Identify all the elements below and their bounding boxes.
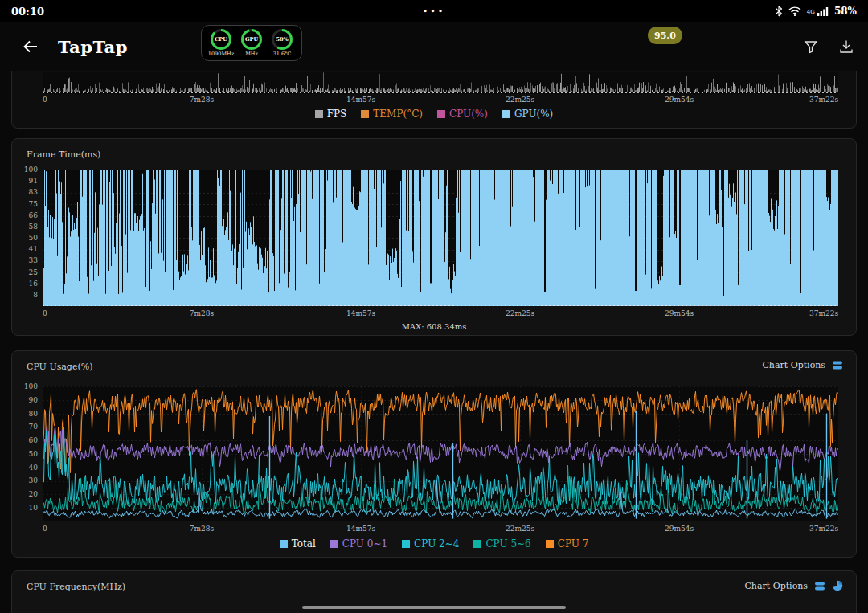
legend-label: CPU 2~4 xyxy=(414,538,459,550)
y-tick: 20 xyxy=(29,490,38,498)
frame-time-chart-canvas xyxy=(43,170,838,306)
legend-label: CPU 0~1 xyxy=(342,538,387,550)
frame-time-max-annotation: MAX: 608.34ms xyxy=(12,322,856,331)
y-tick: 60 xyxy=(29,436,38,444)
overview-chart-panel: 0 7m28s 14m57s 22m25s 29m54s 37m22s FPS … xyxy=(11,71,857,129)
score-badge[interactable]: 95.0 xyxy=(648,27,682,44)
y-tick: 50 xyxy=(29,450,38,458)
frame-time-title: Frame Time(ms) xyxy=(27,149,100,160)
performance-overlay-widget[interactable]: CPU 1090MHz GPU MHz 58% 31.6°C xyxy=(201,25,302,61)
y-tick: 58 xyxy=(29,223,38,231)
legend-item-cpu56: CPU 5~6 xyxy=(473,538,530,550)
camera-cutout-dots: ••• xyxy=(423,6,445,17)
overview-x-axis: 0 7m28s 14m57s 22m25s 29m54s 37m22s xyxy=(43,96,838,105)
legend-swatch xyxy=(402,540,410,548)
y-tick: 8 xyxy=(33,291,38,299)
network-type-label: 4G xyxy=(807,9,815,15)
taptap-performance-screen: 00:10 ••• 4G 58% xyxy=(0,0,868,613)
legend-item-cpu: CPU(%) xyxy=(437,108,488,120)
status-bar: 00:10 ••• 4G 58% xyxy=(0,0,868,22)
legend-item-temp: TEMP(°C) xyxy=(361,108,423,120)
gauge-sub-label: 31.6°C xyxy=(268,51,296,57)
wifi-icon xyxy=(788,6,801,16)
page-title: TapTap xyxy=(58,37,128,57)
filter-button[interactable] xyxy=(804,40,818,54)
legend-label: CPU 7 xyxy=(558,538,589,550)
y-tick: 80 xyxy=(29,410,38,418)
cpu-usage-title: CPU Usage(%) xyxy=(27,362,92,372)
export-button[interactable] xyxy=(839,40,854,54)
status-icons: 4G 58% xyxy=(775,6,857,17)
x-tick: 29m54s xyxy=(665,96,694,104)
legend-swatch xyxy=(546,540,554,548)
legend-label: GPU(%) xyxy=(514,108,553,120)
y-tick: 83 xyxy=(29,188,38,196)
legend-label: TEMP(°C) xyxy=(373,108,423,120)
gauge-sub-label: MHz xyxy=(238,51,265,57)
cpu-usage-chart-canvas xyxy=(43,386,838,521)
y-tick: 90 xyxy=(29,396,38,404)
legend-swatch xyxy=(473,540,481,548)
x-tick: 29m54s xyxy=(665,309,694,317)
gauge-ring-cpu: CPU xyxy=(211,29,231,50)
x-tick: 7m28s xyxy=(190,309,214,317)
gauge-ring-gpu: GPU xyxy=(241,29,262,50)
gauge-label: 58% xyxy=(276,36,288,43)
legend-swatch xyxy=(502,110,510,118)
y-tick: 100 xyxy=(24,166,38,174)
bluetooth-icon xyxy=(775,6,783,17)
x-tick: 14m57s xyxy=(346,96,375,104)
legend-item-cpu24: CPU 2~4 xyxy=(402,538,459,550)
y-tick: 40 xyxy=(29,464,38,472)
y-tick: 30 xyxy=(29,476,38,484)
legend-item-total: Total xyxy=(280,538,316,550)
home-indicator[interactable] xyxy=(302,606,566,609)
stack-icon xyxy=(832,360,843,370)
gauge-label: CPU xyxy=(215,36,227,43)
cpu-usage-x-axis: 0 7m28s 14m57s 22m25s 29m54s 37m22s xyxy=(43,525,838,534)
gauge-battery-temp: 58% 31.6°C xyxy=(268,29,296,57)
legend-swatch xyxy=(361,110,369,118)
funnel-icon xyxy=(804,40,818,54)
gauge-ring-battery: 58% xyxy=(272,29,293,50)
app-header: TapTap CPU 1090MHz GPU MHz 58% 31.6°C xyxy=(0,22,868,71)
gauge-cpu: CPU 1090MHz xyxy=(207,29,235,57)
legend-swatch xyxy=(330,540,338,548)
frame-time-x-axis: 0 7m28s 14m57s 22m25s 29m54s 37m22s xyxy=(43,309,838,319)
x-tick: 0 xyxy=(43,309,47,317)
legend-item-cpu7: CPU 7 xyxy=(546,538,589,550)
header-actions xyxy=(804,40,854,54)
x-tick: 7m28s xyxy=(190,96,214,104)
frame-time-y-axis: 100 91 83 75 66 58 50 41 33 25 16 8 xyxy=(15,166,38,299)
y-tick: 100 xyxy=(24,382,38,390)
x-tick: 22m25s xyxy=(506,309,534,317)
back-button[interactable] xyxy=(19,35,42,58)
battery-percent: 58% xyxy=(834,6,857,17)
signal-bars-icon xyxy=(817,6,829,16)
download-icon xyxy=(839,40,854,54)
legend-item-cpu01: CPU 0~1 xyxy=(330,538,387,550)
gauge-sub-label: 1090MHz xyxy=(207,51,235,57)
x-tick: 0 xyxy=(43,525,47,533)
x-tick: 7m28s xyxy=(190,525,214,533)
x-tick: 29m54s xyxy=(665,525,694,533)
legend-swatch xyxy=(315,110,323,118)
stack-icon xyxy=(814,581,825,591)
y-tick: 91 xyxy=(29,177,38,185)
frame-time-panel: Frame Time(ms) 100 91 83 75 66 58 50 41 … xyxy=(11,138,857,336)
x-tick: 37m22s xyxy=(809,309,838,317)
y-tick: 16 xyxy=(29,280,38,288)
cpu-frequency-chart-options[interactable]: Chart Options xyxy=(744,580,843,591)
legend-label: FPS xyxy=(327,108,347,120)
chart-options-label: Chart Options xyxy=(762,360,825,370)
y-tick: 33 xyxy=(29,256,38,264)
legend-label: CPU 5~6 xyxy=(485,538,530,550)
y-tick: 41 xyxy=(29,245,38,253)
y-tick: 10 xyxy=(29,504,38,512)
overview-legend: FPS TEMP(°C) CPU(%) GPU(%) xyxy=(12,108,856,120)
x-tick: 37m22s xyxy=(809,525,838,533)
legend-item-gpu: GPU(%) xyxy=(502,108,553,120)
cpu-usage-chart-options[interactable]: Chart Options xyxy=(762,360,843,370)
x-tick: 0 xyxy=(43,96,47,104)
y-tick: 50 xyxy=(29,234,38,242)
